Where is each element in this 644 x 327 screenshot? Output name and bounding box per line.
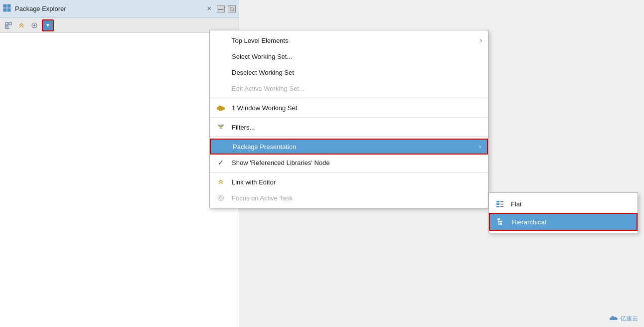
view-dropdown-menu: › Top Level Elements Select Working Set.… (209, 30, 488, 208)
menu-separator-1 (210, 98, 488, 98)
maximize-button[interactable]: □ (228, 5, 236, 12)
menu-label-filters: Filters... (232, 124, 255, 131)
panel-toolbar: ▼ (0, 18, 239, 33)
menu-label-focus-active-task: Focus on Active Task (232, 194, 293, 202)
checkmark-icon: ✓ (218, 159, 224, 166)
svg-point-17 (220, 197, 221, 198)
svg-rect-1 (7, 4, 10, 7)
menu-item-link-with-editor[interactable]: Link with Editor (210, 174, 488, 190)
menu-label-select-working-set: Select Working Set... (232, 53, 292, 60)
dropdown-chevron-icon: ▼ (45, 22, 50, 28)
view-menu-button[interactable]: ▼ (42, 19, 54, 31)
flat-icon (493, 200, 507, 208)
menu-item-select-working-set[interactable]: Select Working Set... (210, 48, 488, 64)
panel-body (0, 33, 239, 327)
submenu-label-flat: Flat (511, 200, 522, 208)
svg-rect-19 (496, 203, 499, 205)
view-button[interactable] (29, 20, 40, 31)
menu-item-show-referenced[interactable]: ✓ Show 'Referenced Libraries' Node (210, 155, 488, 170)
menu-item-edit-active-working-set: Edit Active Working Set... (210, 80, 488, 96)
watermark: 亿速云 (609, 315, 638, 323)
submenu-item-flat[interactable]: Flat (489, 195, 638, 213)
menu-separator-4 (210, 172, 488, 172)
menu-item-focus-active-task: Focus on Active Task (210, 190, 488, 206)
package-explorer-panel: Package Explorer ✕ — □ (0, 0, 239, 327)
minimize-button[interactable]: — (217, 5, 225, 12)
panel-close-button[interactable]: ✕ (205, 5, 213, 13)
menu-item-deselect-working-set[interactable]: Deselect Working Set (210, 64, 488, 80)
panel-title: Package Explorer (15, 5, 203, 12)
menu-separator-2 (210, 117, 488, 118)
menu-label-package-presentation: Package Presentation (233, 143, 296, 151)
menu-label-show-referenced: Show 'Referenced Libraries' Node (232, 159, 329, 166)
cloud-logo-icon (609, 315, 618, 323)
svg-rect-0 (3, 4, 6, 7)
svg-rect-20 (496, 206, 499, 207)
link-editor-icon (214, 178, 228, 186)
collapse-all-button[interactable] (3, 20, 14, 31)
menu-label-window-working-set: 1 Window Working Set (232, 104, 297, 112)
panel-header: Package Explorer ✕ — □ (0, 0, 239, 18)
menu-separator-3 (210, 137, 488, 137)
svg-rect-11 (219, 108, 222, 111)
filter-icon (214, 123, 228, 131)
svg-rect-18 (496, 201, 499, 202)
link-editor-button[interactable] (16, 20, 27, 31)
menu-item-filters[interactable]: Filters... (210, 119, 488, 135)
package-presentation-submenu: Flat Hierarchical (488, 192, 638, 233)
menu-label-deselect-working-set: Deselect Working Set (232, 69, 294, 76)
svg-rect-2 (3, 8, 6, 11)
submenu-arrow-icon: › (480, 37, 482, 44)
package-explorer-icon (3, 4, 11, 13)
submenu-arrow-pkg-icon: › (479, 143, 481, 150)
menu-label-link-with-editor: Link with Editor (232, 178, 276, 186)
svg-rect-24 (497, 218, 500, 220)
svg-rect-5 (9, 22, 11, 25)
menu-item-window-working-set[interactable]: 1 Window Working Set (210, 100, 488, 116)
cloud-icon (214, 104, 228, 112)
submenu-item-hierarchical[interactable]: Hierarchical (489, 213, 638, 231)
focus-task-icon (214, 194, 228, 202)
window-controls: — □ (217, 5, 236, 12)
hierarchical-icon (494, 218, 508, 226)
svg-point-10 (33, 24, 35, 26)
menu-item-top-level-elements[interactable]: › Top Level Elements (210, 32, 488, 48)
menu-label-top-level-elements: Top Level Elements (232, 37, 288, 44)
submenu-label-hierarchical: Hierarchical (512, 218, 546, 226)
svg-rect-3 (7, 8, 10, 11)
menu-label-edit-active-working-set: Edit Active Working Set... (232, 85, 305, 92)
menu-item-package-presentation[interactable]: › Package Presentation (210, 139, 488, 155)
watermark-text: 亿速云 (620, 315, 638, 323)
